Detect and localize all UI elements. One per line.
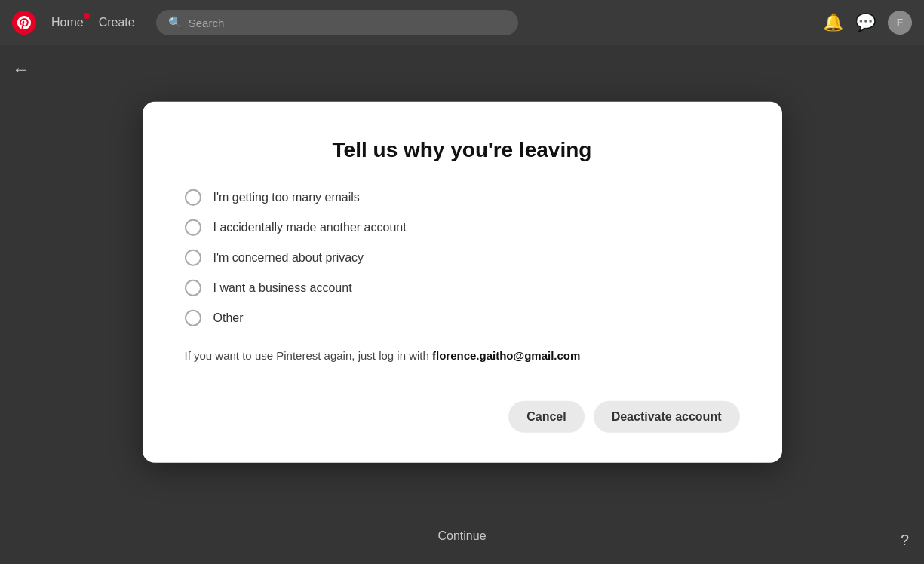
search-icon: 🔍 [168, 16, 183, 29]
radio-label-2: I accidentally made another account [213, 221, 407, 234]
radio-item-5[interactable]: Other [185, 310, 740, 326]
radio-item-1[interactable]: I'm getting too many emails [185, 189, 740, 206]
radio-group: I'm getting too many emails I accidental… [185, 189, 740, 326]
help-icon[interactable]: ? [901, 532, 909, 549]
radio-item-4[interactable]: I want a business account [185, 280, 740, 296]
info-text: If you want to use Pinterest again, just… [185, 348, 740, 365]
radio-circle-1[interactable] [185, 189, 201, 206]
nav-right: 🔔 💬 F [823, 11, 912, 35]
radio-label-3: I'm concerned about privacy [213, 251, 364, 265]
cancel-button[interactable]: Cancel [508, 400, 584, 432]
radio-circle-3[interactable] [185, 250, 201, 266]
radio-item-3[interactable]: I'm concerned about privacy [185, 250, 740, 266]
search-placeholder: Search [189, 17, 225, 29]
search-bar[interactable]: 🔍 Search [156, 10, 518, 35]
back-button[interactable]: ← [12, 59, 30, 80]
info-email: florence.gaitho@gmail.com [432, 349, 580, 362]
message-icon[interactable]: 💬 [855, 13, 876, 32]
modal: Tell us why you're leaving I'm getting t… [143, 102, 782, 463]
avatar[interactable]: F [888, 11, 912, 35]
radio-circle-5[interactable] [185, 310, 201, 326]
home-dot [84, 13, 90, 19]
continue-button[interactable]: Continue [437, 529, 486, 543]
radio-circle-2[interactable] [185, 219, 201, 236]
deactivate-button[interactable]: Deactivate account [594, 400, 740, 432]
nav-home[interactable]: Home [51, 16, 84, 29]
radio-label-5: Other [213, 311, 244, 325]
radio-item-2[interactable]: I accidentally made another account [185, 219, 740, 236]
navbar: Home Create 🔍 Search 🔔 💬 F [0, 0, 924, 45]
radio-label-4: I want a business account [213, 281, 352, 295]
modal-title: Tell us why you're leaving [185, 138, 740, 162]
pinterest-logo[interactable] [12, 11, 36, 35]
radio-circle-4[interactable] [185, 280, 201, 296]
modal-footer: Cancel Deactivate account [185, 400, 740, 432]
notification-icon[interactable]: 🔔 [823, 13, 843, 32]
nav-create[interactable]: Create [99, 16, 135, 29]
radio-label-1: I'm getting too many emails [213, 191, 360, 204]
